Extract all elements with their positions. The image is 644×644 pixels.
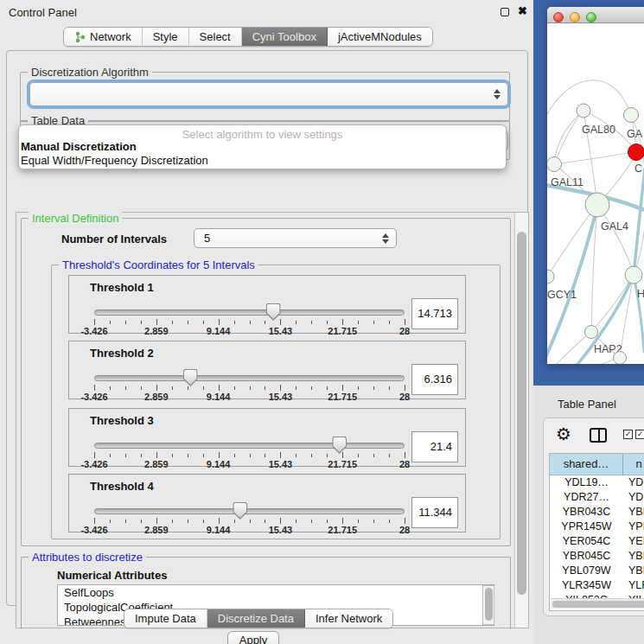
attributes-scrollbar-thumb[interactable]	[485, 588, 493, 621]
slider-scale-label: 21.715	[328, 459, 357, 469]
column-layout-icon[interactable]	[590, 428, 607, 443]
network-node-c[interactable]	[628, 144, 644, 161]
network-canvas[interactable]: GAL80GACGAL11GAL4GCY1HHAP2	[547, 23, 644, 364]
slider-thumb[interactable]	[332, 437, 347, 454]
tab-label: Impute Data	[135, 612, 196, 625]
slider-track[interactable]	[94, 375, 405, 381]
table-row[interactable]: YPR145WYPR1	[550, 520, 644, 534]
table-column-header[interactable]: n	[623, 454, 644, 475]
slider-tick	[156, 385, 157, 391]
table-horizontal-scrollbar[interactable]	[551, 598, 644, 609]
slider-tick	[188, 321, 188, 324]
table-cell[interactable]: YDR27…	[550, 490, 623, 505]
table-row[interactable]: YDR27…YDR2	[550, 490, 644, 505]
slider-track[interactable]	[94, 508, 405, 514]
float-window-icon[interactable]	[501, 8, 509, 16]
table-cell[interactable]: YBL079W	[550, 564, 623, 578]
network-node-ga[interactable]	[624, 108, 639, 123]
threshold-4-value-field[interactable]: 11.344	[411, 497, 458, 528]
slider-thumb[interactable]	[183, 369, 198, 386]
slider-tick	[125, 454, 126, 457]
tab-style[interactable]: Style	[143, 28, 189, 46]
table-cell[interactable]: YBR0	[623, 549, 644, 564]
tab-select[interactable]: Select	[189, 28, 242, 46]
slider-tick	[250, 454, 251, 457]
slider-tick	[342, 518, 343, 524]
threshold-3-value-field[interactable]: 21.4	[411, 431, 458, 462]
table-cell[interactable]: YLR345W	[550, 578, 623, 593]
network-node-gal80[interactable]	[577, 104, 590, 118]
table-row[interactable]: YDL19…YDL1	[550, 475, 644, 490]
slider-tick	[358, 321, 359, 324]
network-node[interactable]	[614, 352, 627, 365]
table-cell[interactable]: YER0	[623, 534, 644, 549]
tab-network[interactable]: Network	[64, 28, 143, 46]
table-column-header[interactable]: shared…	[550, 454, 623, 475]
slider-tick	[389, 321, 390, 324]
network-node-gcy1[interactable]	[547, 270, 554, 284]
settings-scroll-pane: Interval Definition Number of Intervals …	[16, 212, 529, 628]
slider-tick	[327, 321, 328, 324]
zoom-traffic-light-icon[interactable]	[586, 12, 596, 22]
table-cell[interactable]: YDL19…	[550, 475, 623, 490]
node-attribute-table[interactable]: shared…n YDL19…YDL1YDR27…YDR2YBR043CYBR0…	[549, 453, 644, 611]
algorithm-option-equal-width[interactable]: Equal Width/Frequency Discretization	[21, 154, 208, 167]
minimize-traffic-light-icon[interactable]	[570, 12, 580, 22]
threshold-2-slider[interactable]: -3.4262.8599.14415.4321.71528	[94, 341, 405, 400]
slider-thumb[interactable]	[233, 502, 247, 520]
table-cell[interactable]: YBL0	[623, 564, 644, 578]
table-cell[interactable]: YDR2	[623, 490, 644, 505]
close-icon[interactable]: ✖	[518, 4, 527, 17]
table-row[interactable]: YLR345WYLR3	[550, 578, 644, 593]
attribute-list-item[interactable]: SelfLoops	[58, 585, 494, 600]
table-cell[interactable]: YBR043C	[550, 505, 623, 520]
table-scrollbar-thumb[interactable]	[552, 601, 644, 608]
checkbox-icon[interactable]: ✓	[635, 430, 644, 439]
network-node-gal4[interactable]	[585, 193, 609, 217]
tab-cyni-toolbox[interactable]: Cyni Toolbox	[242, 28, 328, 46]
num-intervals-combo[interactable]: 5	[194, 228, 397, 248]
close-traffic-light-icon[interactable]	[553, 12, 564, 22]
network-node-h[interactable]	[625, 266, 642, 284]
table-row[interactable]: YER054CYER0	[550, 534, 644, 549]
network-node-hap2[interactable]	[585, 326, 598, 339]
slider-tick	[405, 452, 405, 458]
tab-jactivemnodules[interactable]: jActiveMNodules	[328, 28, 432, 46]
slider-tick	[234, 386, 235, 390]
table-cell[interactable]: YLR3	[623, 578, 644, 593]
table-cell[interactable]: YER054C	[550, 534, 623, 549]
network-window-titlebar[interactable]	[547, 7, 644, 23]
table-row[interactable]: YBR045CYBR0	[550, 549, 644, 564]
settings-vertical-scrollbar[interactable]	[514, 213, 528, 628]
table-cell[interactable]: YPR145W	[550, 520, 623, 534]
threshold-4-slider[interactable]: -3.4262.8599.14415.4321.71528	[94, 475, 405, 533]
threshold-1-value-field[interactable]: 14.713	[411, 298, 458, 329]
table-cell[interactable]: YBR0	[623, 505, 644, 520]
table-cell[interactable]: YBR045C	[550, 549, 623, 564]
tab-discretize-data[interactable]: Discretize Data	[207, 609, 305, 628]
slider-thumb[interactable]	[266, 303, 281, 321]
checkbox-icon[interactable]: ✓	[623, 430, 633, 439]
threshold-3-slider[interactable]: -3.4262.8599.14415.4321.71528	[94, 409, 405, 468]
algorithm-combo[interactable]	[29, 82, 508, 106]
threshold-1-slider[interactable]: -3.4262.8599.14415.4321.71528	[94, 276, 405, 335]
table-cell[interactable]: YDL1	[623, 475, 644, 490]
algorithm-option-manual[interactable]: Manual Discretization	[21, 140, 137, 153]
slider-track[interactable]	[94, 443, 405, 449]
gear-icon[interactable]: ⚙	[556, 425, 571, 443]
slider-scale-labels: -3.4262.8599.14415.4321.71528	[94, 392, 405, 402]
table-row[interactable]: YBL079WYBL0	[550, 564, 644, 578]
table-cell[interactable]: YPR1	[623, 520, 644, 534]
apply-button[interactable]: Apply	[227, 631, 279, 644]
threshold-2-value-field[interactable]: 6.316	[411, 364, 458, 395]
settings-scrollbar-thumb[interactable]	[517, 232, 526, 595]
attributes-list-scrollbar[interactable]	[482, 585, 494, 625]
table-row[interactable]: YBR043CYBR0	[550, 505, 644, 520]
slider-tick	[389, 454, 390, 457]
network-node-gal11[interactable]	[547, 157, 562, 172]
slider-tick	[203, 454, 204, 457]
slider-scale-label: -3.426	[80, 525, 107, 535]
tab-infer-network[interactable]: Infer Network	[305, 609, 392, 628]
tab-impute-data[interactable]: Impute Data	[124, 609, 207, 628]
slider-track[interactable]	[94, 309, 405, 316]
